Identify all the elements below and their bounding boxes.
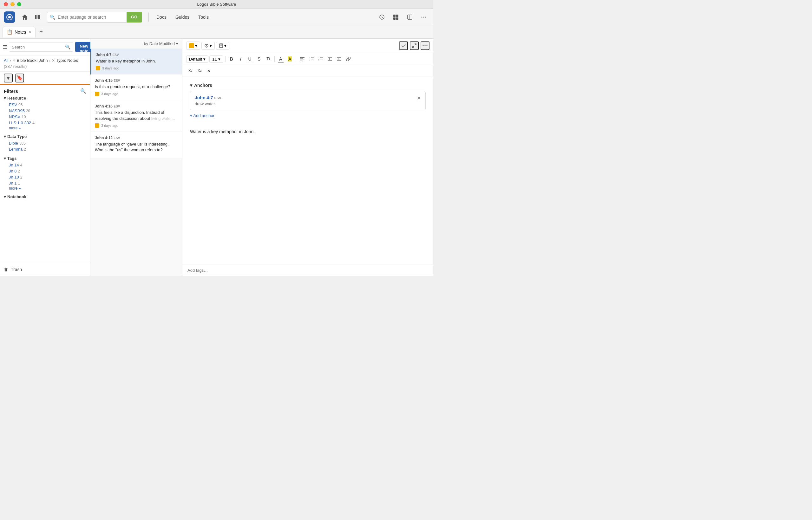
nav-divider: [148, 12, 149, 22]
tools-button[interactable]: Tools: [195, 13, 212, 22]
note-item-3[interactable]: John 4:12 ESV The language of "gave us" …: [91, 132, 182, 159]
style-dropdown-icon: ▾: [210, 44, 212, 48]
sidebar-search-container: 🔍: [9, 42, 73, 52]
filter-search-icon[interactable]: 🔍: [80, 88, 86, 94]
save-check-icon[interactable]: [399, 41, 408, 50]
font-color-button[interactable]: A: [277, 55, 285, 63]
svg-rect-3: [35, 15, 36, 19]
clear-format-button[interactable]: ✕: [205, 67, 213, 75]
breadcrumb: All › ✕ Bible Book: John › ✕ Type: Notes…: [0, 55, 90, 72]
style-icon: [204, 44, 209, 48]
svg-rect-39: [320, 59, 323, 59]
sort-selector[interactable]: by Date Modified ▾: [144, 41, 178, 46]
breadcrumb-filter-2-close[interactable]: ✕: [52, 58, 55, 63]
filter-item-nrsv[interactable]: NRSV 10: [4, 114, 86, 120]
trash-section[interactable]: 🗑 Trash: [0, 263, 90, 276]
number-list-button[interactable]: 1.2.3.: [316, 55, 325, 63]
sidebar-search-input[interactable]: [12, 45, 65, 49]
note-meta-0: 3 days ago: [96, 66, 178, 70]
align-left-button[interactable]: [298, 55, 306, 63]
bullet-list-button[interactable]: [307, 55, 315, 63]
filter-item-bible[interactable]: Bible 385: [4, 140, 86, 146]
editor-toolbar: ▾ ▾ ▾: [182, 39, 433, 53]
sync-icon[interactable]: [376, 11, 388, 23]
strikethrough-button[interactable]: S: [255, 55, 263, 63]
anchors-header[interactable]: ▾ Anchors: [190, 83, 426, 88]
note-item-0[interactable]: John 4:7 ESV Water is a key metaphor in …: [91, 49, 182, 75]
docs-button[interactable]: Docs: [153, 13, 170, 22]
notebook-selector-button[interactable]: ▾: [216, 42, 229, 50]
guides-button[interactable]: Guides: [172, 13, 193, 22]
sidebar-menu-icon[interactable]: ☰: [3, 41, 7, 53]
filter-item-jn1[interactable]: Jn 1 1: [4, 180, 86, 186]
filter-item-lemma[interactable]: Lemma 2: [4, 146, 86, 152]
add-anchor-button[interactable]: + Add anchor: [190, 113, 214, 118]
more-menu-icon[interactable]: [418, 11, 429, 23]
font-family-label: Default: [189, 57, 202, 61]
tags-input[interactable]: [187, 268, 428, 273]
tags-more-link[interactable]: more »: [4, 186, 86, 190]
note-item-2[interactable]: John 4:16 ESV This feels like a disjunct…: [91, 100, 182, 132]
maximize-button[interactable]: [17, 2, 21, 6]
note-body[interactable]: Water is a key metaphor in John.: [190, 128, 426, 135]
indent-decrease-button[interactable]: [326, 55, 334, 63]
filter-item-jn8[interactable]: Jn 8 2: [4, 168, 86, 174]
filter-section-notebook-title[interactable]: ▾ Notebook: [4, 194, 86, 199]
filter-toggle-icon[interactable]: ▼: [4, 74, 13, 82]
app-icon[interactable]: [4, 11, 15, 23]
font-size-selector[interactable]: 11 ▾: [209, 55, 223, 63]
library-button[interactable]: [32, 11, 43, 23]
global-search-input[interactable]: [58, 15, 127, 20]
editor-content: ▾ Anchors John 4:7 ESV draw water ✕ + Ad…: [182, 76, 433, 264]
breadcrumb-filter-2: Type: Notes: [56, 58, 78, 63]
filter-item-lls[interactable]: LLS:1.0.332 4: [4, 120, 86, 126]
indent-increase-button[interactable]: [335, 55, 343, 63]
anchors-title: Anchors: [194, 83, 212, 88]
layout-icon[interactable]: [390, 11, 402, 23]
bookmark-toggle-icon[interactable]: 🔖: [15, 74, 24, 82]
filter-section-datatype-title[interactable]: ▾ Data Type: [4, 134, 86, 139]
filter-item-esv[interactable]: ESV 96: [4, 102, 86, 108]
filter-item-jn10[interactable]: Jn 10 2: [4, 174, 86, 180]
note-preview-2: This feels like a disjunction. Instead o…: [95, 110, 178, 121]
home-button[interactable]: [19, 11, 30, 23]
breadcrumb-filter-1-close[interactable]: ✕: [12, 58, 16, 63]
global-search-container: 🔍 GO: [47, 12, 142, 23]
anchor-close-button[interactable]: ✕: [417, 95, 421, 101]
subscript-button[interactable]: X2: [186, 67, 195, 75]
svg-rect-35: [311, 60, 314, 60]
top-nav: 🔍 GO Docs Guides Tools: [0, 9, 433, 25]
go-button[interactable]: GO: [127, 12, 142, 23]
filter-item-jn14[interactable]: Jn 14 4: [4, 162, 86, 168]
filter-item-nasb95[interactable]: NASB95 20: [4, 108, 86, 114]
notebook-dropdown-icon: ▾: [224, 44, 226, 48]
color-selector-button[interactable]: ▾: [186, 42, 200, 50]
filter-section-tags-title[interactable]: ▾ Tags: [4, 156, 86, 161]
sort-label: by Date Modified: [144, 41, 175, 46]
italic-button[interactable]: I: [237, 55, 245, 63]
resource-more-link[interactable]: more »: [4, 126, 86, 130]
link-button[interactable]: [344, 55, 352, 63]
font-family-selector[interactable]: Default ▾: [186, 55, 208, 63]
minimize-button[interactable]: [10, 2, 15, 6]
underline-button[interactable]: U: [246, 55, 254, 63]
svg-rect-26: [300, 57, 305, 58]
add-tab-button[interactable]: +: [37, 28, 46, 36]
bold-button[interactable]: B: [227, 55, 236, 63]
panel-icon[interactable]: [404, 11, 415, 23]
notes-tab[interactable]: 📋 Notes ✕: [3, 27, 35, 37]
filter-section-resource-title[interactable]: ▾ Resource: [4, 96, 86, 101]
breadcrumb-all[interactable]: All: [4, 58, 8, 63]
superscript-button[interactable]: X2: [195, 67, 204, 75]
style-selector-button[interactable]: ▾: [201, 42, 215, 50]
svg-text:3.: 3.: [319, 59, 320, 61]
expand-icon[interactable]: [410, 41, 419, 50]
tab-close-button[interactable]: ✕: [28, 30, 31, 34]
case-button[interactable]: Tt: [264, 55, 273, 63]
highlight-button[interactable]: A: [286, 55, 294, 63]
editor-more-icon[interactable]: [421, 41, 429, 50]
close-button[interactable]: [4, 2, 8, 6]
note-item-1[interactable]: John 4:15 ESV Is this a genuine request,…: [91, 75, 182, 100]
svg-point-30: [309, 57, 310, 58]
format-divider-2: [274, 56, 275, 62]
